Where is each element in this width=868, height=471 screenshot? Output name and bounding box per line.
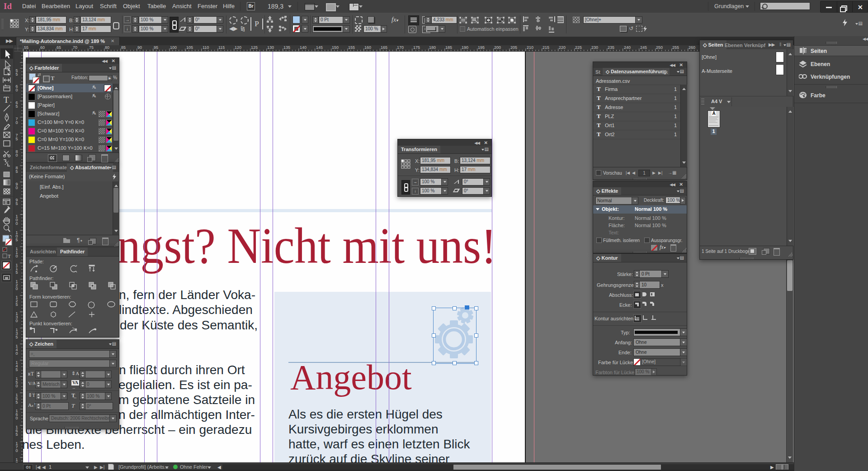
svg-text:T: T [8,253,11,259]
svg-text:T: T [4,95,9,105]
